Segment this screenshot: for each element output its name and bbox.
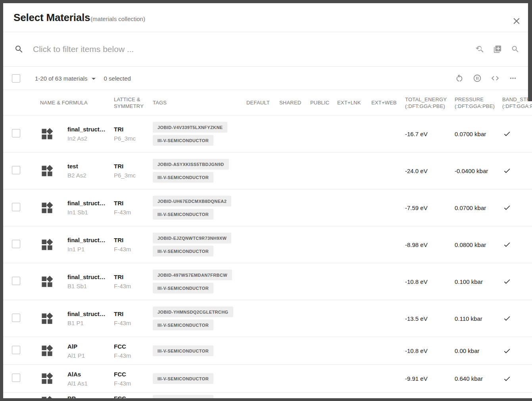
check-icon bbox=[503, 130, 511, 138]
tag-badge: III-V-SEMICONDUCTOR bbox=[153, 320, 213, 330]
scrollbar-thumb[interactable] bbox=[528, 0, 532, 101]
tag-badge: III-V-SEMICONDUCTOR bbox=[153, 395, 213, 398]
column-header-line1: PUBLIC bbox=[310, 99, 337, 106]
search-actions bbox=[475, 45, 520, 54]
material-formula: In2 As2 bbox=[67, 135, 114, 142]
tags-cell: JOBID-EJZQNWTC9R73NH9XWIII-V-SEMICONDUCT… bbox=[153, 233, 246, 256]
column-header-name[interactable]: NAME & FORMULA bbox=[40, 99, 114, 106]
total-energy-value: -10.8 eV bbox=[405, 347, 455, 354]
pause-circle-icon[interactable] bbox=[473, 74, 482, 83]
material-name: final_struct… bbox=[67, 274, 114, 280]
symmetry-group: P6_3mc bbox=[114, 172, 153, 179]
material-widgets-icon bbox=[40, 201, 67, 215]
pressure-value: 0.00 kbar bbox=[455, 347, 502, 354]
column-header-tags[interactable]: TAGS bbox=[153, 99, 246, 106]
symmetry-group: F-43m bbox=[114, 283, 153, 289]
material-name: final_struct… bbox=[67, 126, 114, 133]
material-formula: In1 Sb1 bbox=[67, 209, 114, 216]
tag-badge: JOBID-UH67EDCMXB8DQNEA2 bbox=[153, 196, 231, 206]
tags-cell: JOBID-V4V339T5LXNFYZKNEIII-V-SEMICONDUCT… bbox=[153, 122, 246, 146]
table-header: NAME & FORMULA LATTICE & SYMMETRY TAGS D… bbox=[3, 90, 532, 116]
symmetry-group: F-43m bbox=[114, 380, 153, 387]
row-checkbox[interactable] bbox=[12, 129, 20, 137]
pagination-dropdown[interactable]: 1-20 of 63 materials bbox=[35, 75, 96, 82]
pressure-value: 0.100 kbar bbox=[455, 278, 502, 285]
tags-cell: JOBID-YHMNSDQ2CGLETRCHGIII-V-SEMICONDUCT… bbox=[153, 307, 246, 330]
table-row[interactable]: final_struct… In1 P1 TRI F-43m JOBID-EJZ… bbox=[3, 226, 532, 263]
check-icon bbox=[503, 347, 511, 355]
tag-badge: III-V-SEMICONDUCTOR bbox=[153, 135, 213, 146]
search-history-icon[interactable] bbox=[475, 45, 484, 54]
tag-badge: III-V-SEMICONDUCTOR bbox=[153, 246, 213, 256]
tag-badge: JOBID-ASYXKISS5TBDJGN9D bbox=[153, 159, 229, 170]
tag-badge: JOBID-YHMNSDQ2CGLETRCHG bbox=[153, 307, 233, 317]
title-wrap: Select Materials (materials collection) bbox=[13, 12, 145, 24]
table-row[interactable]: final_struct… In1 Sb1 TRI F-43m JOBID-UH… bbox=[3, 189, 532, 226]
row-checkbox[interactable] bbox=[12, 346, 20, 354]
tag-badge: JOBID-497WS7EMDAN7FRBCW bbox=[153, 270, 232, 280]
table-row[interactable]: BP FCC III-V-SEMICONDUCTOR bbox=[3, 393, 532, 398]
lattice-type: TRI bbox=[114, 310, 153, 317]
pressure-value: -0.0400 kbar bbox=[455, 168, 502, 174]
pagination-label: 1-20 of 63 materials bbox=[35, 75, 88, 82]
row-checkbox[interactable] bbox=[12, 166, 20, 174]
table-row[interactable]: AlAs Al1 As1 FCC F-43m III-V-SEMICONDUCT… bbox=[3, 365, 532, 393]
materials-list: final_struct… In2 As2 TRI P6_3mc JOBID-V… bbox=[3, 116, 532, 398]
material-widgets-icon bbox=[40, 372, 67, 386]
tag-badge: III-V-SEMICONDUCTOR bbox=[153, 373, 213, 384]
tag-badge: III-V-SEMICONDUCTOR bbox=[153, 172, 213, 183]
library-add-icon[interactable] bbox=[493, 45, 502, 54]
column-header-line1: NAME & FORMULA bbox=[40, 99, 114, 106]
material-widgets-icon bbox=[40, 395, 67, 398]
table-row[interactable]: test B2 As2 TRI P6_3mc JOBID-ASYXKISS5TB… bbox=[3, 152, 532, 189]
tags-cell: JOBID-497WS7EMDAN7FRBCWIII-V-SEMICONDUCT… bbox=[153, 270, 246, 293]
material-name: final_struct… bbox=[67, 200, 114, 206]
tags-cell: III-V-SEMICONDUCTOR bbox=[153, 345, 246, 356]
check-icon bbox=[503, 278, 511, 285]
search-input[interactable] bbox=[33, 44, 475, 54]
column-header-extlnk[interactable]: EXT+LNK bbox=[337, 99, 371, 106]
column-header-public[interactable]: PUBLIC bbox=[310, 99, 337, 106]
material-formula: Al1 P1 bbox=[67, 352, 114, 359]
code-icon[interactable] bbox=[491, 74, 499, 83]
dialog-header: Select Materials (materials collection) bbox=[3, 3, 532, 32]
row-checkbox[interactable] bbox=[12, 240, 20, 248]
page-subtitle: (materials collection) bbox=[90, 15, 145, 22]
column-header-default[interactable]: DEFAULT bbox=[246, 99, 279, 106]
refresh-icon[interactable] bbox=[455, 74, 464, 83]
table-row[interactable]: final_struct… In2 As2 TRI P6_3mc JOBID-V… bbox=[3, 116, 532, 152]
row-checkbox[interactable] bbox=[12, 374, 20, 382]
material-formula: B1 P1 bbox=[67, 320, 114, 326]
row-checkbox[interactable] bbox=[12, 277, 20, 285]
tag-badge: III-V-SEMICONDUCTOR bbox=[153, 209, 213, 220]
material-name: AlAs bbox=[67, 371, 114, 378]
column-header-pressure[interactable]: PRESSURE (:DFT:GGA:PBE) bbox=[455, 96, 502, 110]
row-checkbox[interactable] bbox=[12, 314, 20, 322]
column-header-band[interactable]: BAND_STRU (:DFT:GGA:P bbox=[502, 96, 532, 110]
search-icon[interactable] bbox=[511, 45, 520, 54]
column-header-lattice[interactable]: LATTICE & SYMMETRY bbox=[114, 96, 153, 110]
column-header-line1: SHARED bbox=[279, 99, 310, 106]
table-row[interactable]: final_struct… B1 Sb1 TRI F-43m JOBID-497… bbox=[3, 263, 532, 300]
pressure-value: 0.0800 kbar bbox=[455, 241, 502, 248]
column-header-extweb[interactable]: EXT+WEB bbox=[371, 99, 405, 106]
column-header-shared[interactable]: SHARED bbox=[279, 99, 310, 106]
row-checkbox[interactable] bbox=[12, 203, 20, 211]
band-structure-cell bbox=[502, 314, 532, 322]
total-energy-value: -13.5 eV bbox=[405, 315, 455, 322]
symmetry-group: F-43m bbox=[114, 246, 153, 253]
band-structure-cell bbox=[502, 278, 532, 285]
table-row[interactable]: AlP Al1 P1 FCC F-43m III-V-SEMICONDUCTOR… bbox=[3, 337, 532, 365]
material-formula: B1 Sb1 bbox=[67, 283, 114, 289]
table-row[interactable]: final_struct… B1 P1 TRI F-43m JOBID-YHMN… bbox=[3, 300, 532, 337]
material-formula: In1 P1 bbox=[67, 246, 114, 253]
total-energy-value: -8.98 eV bbox=[405, 241, 455, 248]
more-horiz-icon[interactable] bbox=[509, 74, 517, 83]
page-title: Select Materials bbox=[13, 12, 90, 24]
close-icon[interactable] bbox=[511, 16, 522, 26]
column-header-energy[interactable]: TOTAL_ENERGY (:DFT:GGA:PBE) bbox=[405, 96, 455, 110]
column-header-line1: LATTICE & bbox=[114, 96, 153, 103]
select-all-checkbox[interactable] bbox=[12, 74, 20, 83]
tag-badge: III-V-SEMICONDUCTOR bbox=[153, 283, 213, 293]
check-icon bbox=[503, 241, 511, 249]
